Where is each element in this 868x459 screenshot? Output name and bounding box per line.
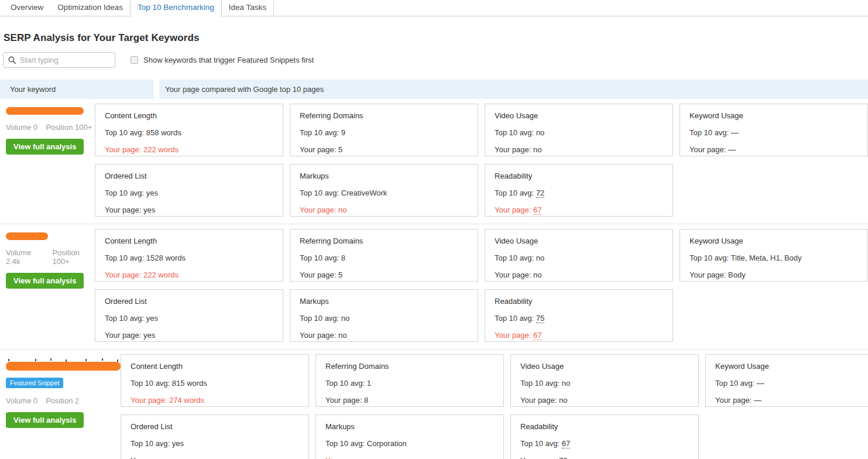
keyword-position: Position 2 bbox=[46, 396, 79, 405]
card-title: Readability bbox=[495, 172, 663, 180]
metric-card-markups: Markups Top 10 avg: Corporation Your pag… bbox=[315, 415, 504, 459]
card-page-value: no bbox=[338, 205, 346, 214]
keyword-volume: Volume 2.4k bbox=[6, 248, 44, 266]
metric-card-keyword-usage: Keyword Usage Top 10 avg: Title, Meta, H… bbox=[680, 229, 868, 282]
card-top10-avg-line: Top 10 avg: CreativeWork bbox=[300, 189, 468, 197]
card-title: Video Usage bbox=[495, 111, 663, 120]
card-your-page-line: Your page: — bbox=[689, 145, 858, 154]
card-top10-avg-line: Top 10 avg: yes bbox=[105, 189, 273, 197]
view-full-analysis-button[interactable]: View full analysis bbox=[6, 273, 84, 289]
metric-card-video-usage: Video Usage Top 10 avg: no Your page: no bbox=[510, 354, 699, 407]
card-top10-avg-line: Top 10 avg: no bbox=[495, 254, 663, 262]
featured-snippets-checkbox[interactable] bbox=[131, 56, 138, 64]
card-avg-prefix: Top 10 avg: bbox=[520, 379, 560, 388]
card-your-page-line: Your page: no bbox=[300, 331, 468, 340]
keyword-volume: Volume 0 bbox=[6, 396, 37, 405]
keyword-search-box[interactable] bbox=[3, 52, 115, 68]
metric-card-referring-domains: Referring Domains Top 10 avg: 1 Your pag… bbox=[315, 354, 504, 407]
card-avg-prefix: Top 10 avg: bbox=[105, 128, 144, 137]
column-header-comparison: Your page compared with Google top 10 pa… bbox=[159, 80, 868, 99]
card-avg-value: no bbox=[536, 128, 544, 137]
metric-card-content-length: Content Length Top 10 avg: 815 words You… bbox=[121, 354, 309, 407]
card-page-value: 8 bbox=[364, 396, 368, 405]
card-page-prefix: Your page: bbox=[131, 456, 167, 459]
card-title: Markups bbox=[300, 297, 468, 306]
card-page-prefix: Your page: bbox=[105, 205, 141, 214]
card-page-value: 274 words bbox=[169, 396, 204, 405]
card-your-page-line: Your page: — bbox=[715, 396, 868, 405]
card-page-value: — bbox=[728, 145, 736, 154]
tab-overview[interactable]: Overview bbox=[4, 0, 50, 16]
card-your-page-line: Your page: yes bbox=[105, 331, 273, 340]
card-avg-value: 8 bbox=[341, 254, 345, 262]
metric-card-keyword-usage: Keyword Usage Top 10 avg: — Your page: — bbox=[705, 354, 868, 407]
card-top10-avg-line: Top 10 avg: — bbox=[689, 128, 858, 137]
card-avg-prefix: Top 10 avg: bbox=[105, 254, 144, 262]
card-page-value: — bbox=[754, 396, 761, 405]
featured-snippets-checkbox-label: Show keywords that trigger Featured Snip… bbox=[143, 56, 314, 64]
card-title: Referring Domains bbox=[300, 111, 468, 120]
featured-snippets-filter[interactable]: Show keywords that trigger Featured Snip… bbox=[131, 56, 314, 64]
tab-optimization-ideas[interactable]: Optimization Ideas bbox=[50, 0, 130, 16]
card-page-prefix: Your page: bbox=[520, 456, 557, 459]
card-page-value[interactable]: 70 bbox=[559, 456, 567, 459]
card-avg-value[interactable]: 72 bbox=[536, 189, 544, 198]
metric-card-readability: Readability Top 10 avg: 67 Your page: 70 bbox=[510, 415, 699, 459]
metric-card-ordered-list: Ordered List Top 10 avg: yes Your page: … bbox=[95, 289, 283, 342]
card-top10-avg-line: Top 10 avg: 8 bbox=[300, 254, 468, 262]
card-avg-prefix: Top 10 avg: bbox=[520, 439, 560, 448]
card-avg-prefix: Top 10 avg: bbox=[105, 314, 144, 323]
card-avg-prefix: Top 10 avg: bbox=[105, 189, 144, 197]
card-your-page-line: Your page: 8 bbox=[325, 396, 494, 405]
metric-card-video-usage: Video Usage Top 10 avg: no Your page: no bbox=[485, 229, 673, 282]
card-page-prefix: Your page: bbox=[131, 396, 167, 405]
card-page-prefix: Your page: bbox=[300, 205, 336, 214]
card-top10-avg-line: Top 10 avg: 858 words bbox=[105, 128, 273, 137]
card-page-value[interactable]: 67 bbox=[533, 331, 541, 340]
card-avg-value: yes bbox=[172, 439, 184, 448]
card-top10-avg-line: Top 10 avg: 1528 words bbox=[105, 254, 273, 262]
card-top10-avg-line: Top 10 avg: 9 bbox=[300, 128, 468, 137]
card-page-value[interactable]: 67 bbox=[533, 205, 541, 215]
keyword-cell: Volume 2.4k Position 100+ View full anal… bbox=[0, 224, 95, 349]
card-page-value: 5 bbox=[338, 270, 342, 279]
card-your-page-line: Your page: no bbox=[325, 456, 494, 459]
redacted-keyword bbox=[6, 232, 48, 240]
card-title: Content Length bbox=[105, 237, 273, 245]
view-full-analysis-button[interactable]: View full analysis bbox=[6, 412, 84, 428]
keyword-search-input[interactable] bbox=[20, 56, 110, 64]
tab-idea-tasks[interactable]: Idea Tasks bbox=[222, 0, 274, 16]
redacted-keyword bbox=[6, 107, 84, 115]
card-your-page-line: Your page: 70 bbox=[520, 456, 689, 459]
keyword-meta: Volume 0 Position 100+ bbox=[6, 123, 95, 132]
card-title: Ordered List bbox=[105, 172, 273, 180]
card-your-page-line: Your page: no bbox=[495, 270, 663, 279]
card-your-page-line: Your page: no bbox=[300, 205, 468, 214]
card-top10-avg-line: Top 10 avg: no bbox=[520, 379, 689, 388]
keyword-rows: Volume 0 Position 100+ View full analysi… bbox=[0, 99, 868, 459]
card-top10-avg-line: Top 10 avg: — bbox=[715, 379, 868, 388]
card-your-page-line: Your page: Body bbox=[689, 270, 858, 279]
card-page-prefix: Your page: bbox=[325, 456, 362, 459]
column-header-your-keyword: Your keyword bbox=[0, 80, 154, 99]
card-page-prefix: Your page: bbox=[300, 270, 336, 279]
card-avg-prefix: Top 10 avg: bbox=[131, 439, 170, 448]
card-avg-value: no bbox=[562, 379, 570, 388]
card-title: Referring Domains bbox=[325, 362, 494, 371]
card-avg-value[interactable]: 67 bbox=[562, 439, 570, 448]
card-page-prefix: Your page: bbox=[495, 205, 531, 214]
card-page-value: yes bbox=[143, 205, 155, 214]
table-header: Your keyword Your page compared with Goo… bbox=[0, 80, 868, 99]
keyword-position: Position 100+ bbox=[46, 123, 92, 132]
view-full-analysis-button[interactable]: View full analysis bbox=[6, 139, 84, 155]
card-page-prefix: Your page: bbox=[105, 270, 141, 279]
card-avg-value[interactable]: 75 bbox=[536, 314, 544, 323]
metric-card-keyword-usage: Keyword Usage Top 10 avg: — Your page: — bbox=[680, 104, 868, 156]
metric-card-referring-domains: Referring Domains Top 10 avg: 8 Your pag… bbox=[290, 229, 478, 282]
metric-card-markups: Markups Top 10 avg: CreativeWork Your pa… bbox=[290, 164, 478, 217]
metric-card-referring-domains: Referring Domains Top 10 avg: 9 Your pag… bbox=[290, 104, 478, 156]
redaction-text-fragments bbox=[6, 358, 121, 361]
keyword-meta: Volume 0 Position 2 bbox=[6, 396, 121, 405]
tab-top-10-benchmarking[interactable]: Top 10 Benchmarking bbox=[130, 0, 222, 16]
metric-card-content-length: Content Length Top 10 avg: 1528 words Yo… bbox=[95, 229, 283, 282]
